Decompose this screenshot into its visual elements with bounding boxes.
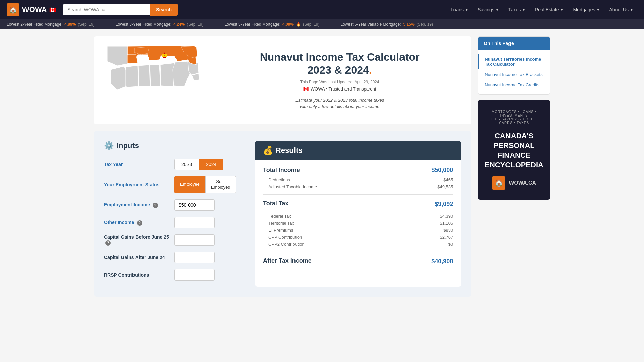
brand-flag: 🇨🇦: [49, 7, 56, 13]
brand-logo[interactable]: 🏠 WOWA 🇨🇦: [7, 3, 56, 16]
sidebar: On This Page Nunavut Territories Income …: [478, 36, 550, 297]
federal-tax-label: Federal Tax: [268, 214, 291, 219]
adjusted-taxable-row: Adjusted Taxable Income $49,535: [263, 183, 453, 190]
other-income-input[interactable]: [174, 217, 215, 228]
divider-1: [263, 194, 453, 195]
capital-gains-after-row: Capital Gains After June 24: [104, 252, 245, 263]
employment-income-input[interactable]: [174, 199, 215, 211]
canada-map: +: [101, 43, 201, 118]
total-tax-row: Total Tax $9,092: [263, 199, 453, 210]
rrsp-row: RRSP Contributions: [104, 269, 245, 281]
tax-year-2024-button[interactable]: 2024: [199, 159, 223, 170]
brand-name: WOWA: [22, 5, 47, 14]
inputs-icon: ⚙️: [104, 141, 114, 150]
ticker-item-2yr: Lowest 2-Year Fixed Mortgage: 4.89% (Sep…: [7, 22, 95, 27]
results-body: Total Income $50,000 Deductions $465 Adj…: [255, 160, 461, 277]
employee-button[interactable]: Employee: [174, 176, 205, 193]
inputs-panel: ⚙️ Inputs Tax Year 2023 2024 Your Employ…: [104, 141, 245, 287]
cpp-value: $2,767: [440, 235, 453, 240]
territorial-tax-row: Territorial Tax $1,105: [263, 220, 453, 227]
page-updated: This Page Was Last Updated: April 29, 20…: [215, 80, 465, 84]
capital-gains-before-help-icon[interactable]: ?: [105, 240, 111, 246]
hero-text: Nunavut Income Tax Calculator2023 & 2024…: [215, 51, 465, 110]
tax-year-2023-button[interactable]: 2023: [174, 159, 199, 170]
nav-real-estate[interactable]: Real Estate ▼: [531, 4, 568, 15]
on-this-page-box: On This Page Nunavut Territories Income …: [478, 36, 550, 95]
ad-banner: MORTGAGES • LOANS • INVESTMENTSGIC • SAV…: [478, 100, 550, 200]
adjusted-taxable-label: Adjusted Taxable Income: [268, 184, 317, 189]
self-employed-button[interactable]: Self-Employed: [205, 176, 236, 193]
employment-status-label: Your Employment Status: [104, 182, 171, 187]
nav-taxes[interactable]: Taxes ▼: [504, 4, 529, 15]
ei-premiums-value: $830: [443, 228, 453, 233]
nav-links: Loans ▼ Savings ▼ Taxes ▼ Real Estate ▼ …: [447, 4, 637, 15]
brand-house-icon: 🏠: [9, 6, 17, 14]
ei-premiums-label: EI Premiums: [268, 228, 293, 233]
after-tax-label: After Tax Income: [263, 257, 312, 264]
taxes-arrow-icon: ▼: [522, 8, 525, 12]
search-container: Search: [63, 4, 178, 16]
ad-house-icon: 🏠: [494, 179, 503, 187]
territorial-tax-label: Territorial Tax: [268, 221, 294, 226]
real-estate-arrow-icon: ▼: [560, 8, 564, 12]
total-income-row: Total Income $50,000: [263, 167, 453, 174]
loans-arrow-icon: ▼: [465, 8, 468, 12]
deductions-value: $465: [443, 177, 453, 182]
cpp2-label: CPP2 Contribution: [268, 242, 305, 247]
tax-year-row: Tax Year 2023 2024: [104, 159, 245, 170]
cpp-label: CPP Contribution: [268, 235, 302, 240]
on-this-page-header: On This Page: [478, 37, 550, 50]
mortgages-arrow-icon: ▼: [597, 8, 600, 12]
page-link-brackets[interactable]: Nunavut Income Tax Brackets: [478, 69, 550, 80]
deductions-row: Deductions $465: [263, 176, 453, 183]
after-tax-row: After Tax Income $40,908: [263, 256, 453, 267]
ad-brand-icon: 🏠: [492, 176, 505, 190]
search-button[interactable]: Search: [150, 4, 178, 16]
total-income-value: $50,000: [431, 167, 453, 174]
search-input[interactable]: [63, 4, 150, 15]
savings-arrow-icon: ▼: [496, 8, 499, 12]
other-income-row: Other Income ?: [104, 217, 245, 228]
rrsp-label: RRSP Contributions: [104, 272, 171, 278]
page-title: Nunavut Income Tax Calculator2023 & 2024…: [215, 51, 465, 76]
fire-icon: 🔥: [296, 22, 301, 27]
nav-mortgages[interactable]: Mortgages ▼: [569, 4, 604, 15]
nav-about-us[interactable]: About Us ▼: [605, 4, 638, 15]
employment-income-help-icon[interactable]: ?: [153, 203, 158, 208]
cpp-row: CPP Contribution $2,767: [263, 234, 453, 241]
nav-savings[interactable]: Savings ▼: [474, 4, 503, 15]
employment-group: Employee Self-Employed: [174, 176, 236, 193]
other-income-help-icon[interactable]: ?: [137, 220, 142, 226]
deductions-label: Deductions: [268, 177, 290, 182]
capital-gains-before-label: Capital Gains Before June 25 ?: [104, 234, 171, 246]
rrsp-input[interactable]: [174, 269, 215, 281]
tax-year-group: 2023 2024: [174, 159, 223, 170]
capital-gains-before-input[interactable]: [174, 234, 215, 246]
about-arrow-icon: ▼: [630, 8, 633, 12]
federal-tax-row: Federal Tax $4,390: [263, 213, 453, 220]
total-tax-value: $9,092: [435, 201, 453, 208]
ticker-item-5yr-fixed: Lowest 5-Year Fixed Mortgage: 4.09% 🔥 (S…: [225, 22, 320, 27]
nav-loans[interactable]: Loans ▼: [447, 4, 472, 15]
employment-income-label: Employment Income ?: [104, 202, 171, 208]
results-panel: 💰 Results Total Income $50,000 Deduction…: [255, 141, 461, 287]
employment-income-row: Employment Income ?: [104, 199, 245, 211]
main-container: + Nunavut Income Tax Calculator2023 & 20…: [87, 29, 557, 303]
territorial-tax-value: $1,105: [440, 221, 453, 226]
page-link-credits[interactable]: Nunavut Income Tax Credits: [478, 80, 550, 90]
hero-description: Estimate your 2022 & 2023 total income t…: [215, 97, 465, 110]
cpp2-row: CPP2 Contribution $0: [263, 241, 453, 248]
page-link-calculator[interactable]: Nunavut Territories Income Tax Calculato…: [478, 54, 550, 69]
tax-year-label: Tax Year: [104, 162, 171, 167]
federal-tax-value: $4,390: [440, 214, 453, 219]
capital-gains-before-row: Capital Gains Before June 25 ?: [104, 234, 245, 246]
ticker-item-3yr: Lowest 3-Year Fixed Mortgage: 4.24% (Sep…: [116, 22, 204, 27]
canada-map-svg: +: [101, 43, 201, 117]
on-this-page-body: Nunavut Territories Income Tax Calculato…: [478, 50, 550, 94]
ei-premiums-row: EI Premiums $830: [263, 227, 453, 234]
capital-gains-after-input[interactable]: [174, 252, 215, 263]
total-tax-label: Total Tax: [263, 200, 288, 207]
content-area: + Nunavut Income Tax Calculator2023 & 20…: [94, 36, 471, 297]
other-income-label: Other Income ?: [104, 220, 171, 226]
ad-sub-text: MORTGAGES • LOANS • INVESTMENTSGIC • SAV…: [485, 110, 543, 125]
